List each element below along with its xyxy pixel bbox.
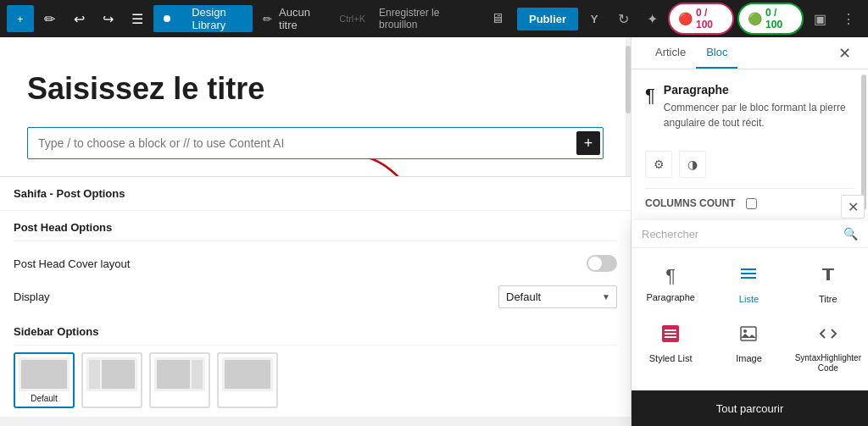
block-settings-icon[interactable]: ⚙ (645, 151, 672, 178)
thumb-main-none (225, 360, 270, 389)
readability-score-badge[interactable]: 🟢 0 / 100 (737, 3, 804, 35)
panel-scrollbar-track[interactable] (861, 75, 866, 210)
block-desc: Commencer par le bloc formant la pierre … (664, 100, 854, 130)
block-info: ¶ Paragraphe Commencer par le bloc forma… (645, 83, 854, 130)
close-icon-picker: ✕ (848, 199, 859, 215)
sidebar-layout-default[interactable]: Default (14, 352, 75, 408)
main-toolbar: + ✏ ↩ ↪ ☰ Design Library ✏ Aucun titre C… (0, 0, 868, 37)
design-library-label: Design Library (175, 6, 242, 31)
display-row: Display Default Option 1 Option 2 ▼ (14, 279, 617, 315)
post-title-editor[interactable]: Saisissez le titre (27, 71, 604, 107)
block-toolbar-icons: ⚙ ◑ (645, 144, 854, 189)
redo-icon: ↪ (103, 11, 114, 27)
ai-button[interactable]: ✦ (639, 5, 665, 32)
edit-mode-button[interactable]: ✏ (37, 5, 63, 32)
post-head-section: Post Head Options Post Head Cover layout… (0, 211, 631, 315)
toolbar-center: ✏ Aucun titre Ctrl+K Enregistrer le brou… (256, 3, 578, 35)
thumb-side-left (89, 360, 100, 389)
right-panel-close-button[interactable]: ✕ (835, 41, 854, 66)
svg-rect-1 (741, 268, 756, 270)
toolbar-right: Y ↻ ✦ 🔴 0 / 100 🟢 0 / 100 ▣ ⋮ (581, 3, 861, 35)
columns-count-checkbox[interactable] (746, 198, 757, 209)
publish-button[interactable]: Publier (517, 8, 578, 30)
block-picker-footer-button[interactable]: Tout parcourir (632, 390, 868, 426)
tab-article[interactable]: Article (645, 37, 696, 69)
keyboard-shortcut: Ctrl+K (339, 14, 365, 24)
thumb-main-right (157, 360, 190, 389)
block-item-syntax[interactable]: SyntaxHighlighter Code (788, 314, 868, 384)
save-draft-button[interactable]: Enregistrer le brouillon (372, 3, 479, 34)
design-library-button[interactable]: Design Library (153, 5, 253, 32)
more-icon: ⋮ (842, 11, 855, 27)
redo-button[interactable]: ↪ (95, 5, 120, 32)
panel-icon: ▣ (814, 11, 826, 27)
block-picker-close-button[interactable]: ✕ (841, 195, 865, 219)
svg-rect-9 (741, 327, 756, 340)
sidebar-thumb-left (86, 357, 137, 391)
sidebar-layout-none[interactable] (217, 352, 278, 408)
list-icon: ☰ (131, 11, 143, 27)
display-select[interactable]: Default Option 1 Option 2 (498, 285, 617, 308)
sidebar-layout-items: Default (14, 352, 617, 417)
add-block-toolbar-button[interactable]: + (7, 5, 34, 32)
block-item-label-liste: Liste (739, 294, 759, 304)
sidebar-layout-label-default: Default (31, 394, 58, 403)
block-item-label-titre: Titre (819, 294, 837, 304)
editor-canvas: Saisissez le titre + (10, 37, 620, 176)
svg-rect-8 (665, 336, 676, 338)
block-input[interactable] (27, 127, 604, 159)
design-library-dot (164, 15, 170, 22)
panel-toggle-button[interactable]: ▣ (807, 5, 832, 32)
post-title-button[interactable]: ✏ Aucun titre (256, 3, 332, 35)
sidebar-options-title: Sidebar Options (14, 315, 617, 346)
undo-icon: ↩ (74, 11, 85, 27)
post-options-header: Sahifa - Post Options (0, 177, 631, 211)
columns-count-row: COLUMNS COUNT (645, 189, 854, 209)
refresh-button[interactable]: ↻ (610, 5, 636, 32)
display-select-wrapper: Default Option 1 Option 2 ▼ (498, 285, 617, 308)
add-inline-icon: + (584, 135, 593, 152)
seo-score-icon: 🔴 (678, 12, 693, 25)
more-options-button[interactable]: ⋮ (836, 5, 861, 32)
post-head-title: Post Head Options (14, 211, 617, 241)
block-item-styled-list[interactable]: Styled List (632, 314, 709, 384)
list-view-button[interactable]: ☰ (125, 5, 150, 32)
block-item-titre[interactable]: Titre (788, 255, 868, 314)
paragraph-icon: ¶ (665, 265, 676, 287)
image-block-icon (739, 324, 758, 348)
list-block-icon (739, 265, 758, 289)
sidebar-layout-left[interactable] (81, 352, 142, 408)
seo-score-badge[interactable]: 🔴 0 / 100 (668, 3, 734, 35)
sidebar-layout-right[interactable] (149, 352, 210, 408)
right-panel-tabs: Article Bloc ✕ (632, 37, 868, 69)
block-item-paragraphe[interactable]: ¶ Paragraphe (632, 255, 709, 314)
svg-rect-6 (665, 329, 676, 331)
yoast-icon: Y (591, 13, 598, 25)
block-item-label-styled: Styled List (649, 353, 693, 363)
tab-bloc[interactable]: Bloc (696, 37, 737, 69)
undo-button[interactable]: ↩ (66, 5, 92, 32)
refresh-icon: ↻ (618, 11, 629, 27)
yoast-button[interactable]: Y (581, 5, 607, 32)
preview-button[interactable]: 🖥 (486, 5, 510, 32)
block-contrast-icon[interactable]: ◑ (679, 151, 706, 178)
editor-area: Saisissez le titre + (0, 37, 631, 176)
svg-rect-7 (665, 333, 676, 335)
block-info-text: Paragraphe Commencer par le bloc formant… (664, 83, 854, 130)
svg-rect-3 (741, 277, 756, 279)
paragraph-block-icon: ¶ (645, 85, 655, 107)
right-panel: Article Bloc ✕ ¶ Paragraphe Commencer pa… (631, 37, 868, 426)
post-title-text: Aucun titre (279, 6, 326, 31)
block-picker-popup: ✕ 🔍 ¶ Paragraphe Liste (632, 220, 868, 426)
pencil-icon: ✏ (44, 11, 55, 27)
post-head-cover-toggle[interactable] (587, 255, 617, 272)
tab-bloc-label: Bloc (706, 46, 727, 58)
block-item-liste[interactable]: Liste (709, 255, 787, 314)
columns-count-label: COLUMNS COUNT (645, 197, 736, 209)
contrast-icon: ◑ (687, 158, 698, 171)
post-head-cover-label: Post Head Cover layout (14, 257, 130, 270)
add-block-inline-button[interactable]: + (576, 131, 600, 155)
display-label: Display (14, 290, 50, 303)
block-search-input[interactable] (642, 228, 837, 241)
block-item-image[interactable]: Image (709, 314, 787, 384)
